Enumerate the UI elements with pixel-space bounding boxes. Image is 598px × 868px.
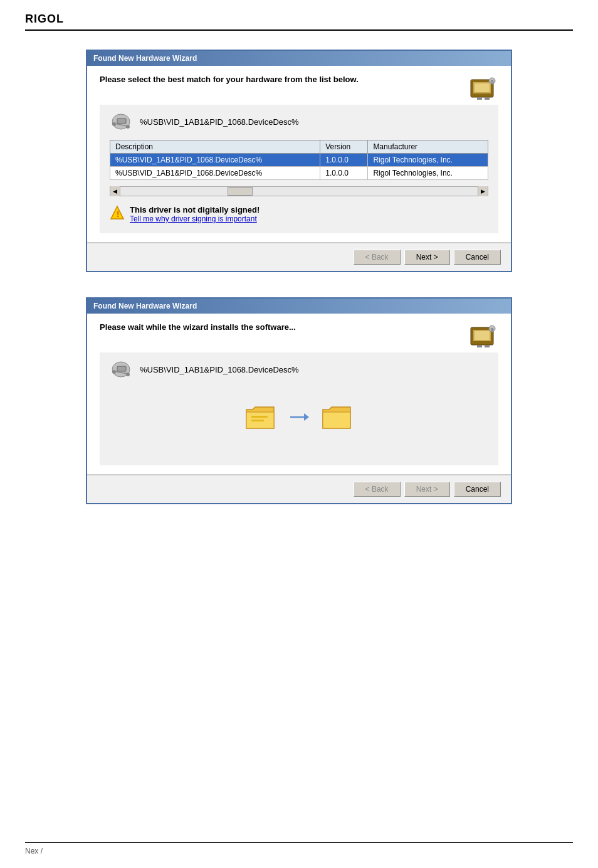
table-row[interactable]: %USB\VID_1AB1&PID_1068.DeviceDesc% 1.0.0… [110, 167, 488, 180]
svg-point-24 [112, 370, 116, 374]
install-arrow-icon [289, 411, 309, 427]
dest-folder-icon [322, 405, 353, 434]
dialog2-cancel-button[interactable]: Cancel [454, 482, 501, 497]
svg-point-25 [126, 373, 130, 376]
source-folder-icon [245, 405, 276, 434]
col-description: Description [110, 140, 320, 154]
dialog1-titlebar: Found New Hardware Wizard [87, 51, 511, 66]
svg-rect-27 [251, 420, 264, 421]
cell-description: %USB\VID_1AB1&PID_1068.DeviceDesc% [110, 167, 320, 180]
svg-rect-20 [485, 345, 490, 347]
dialog1-hardware-table: Description Version Manufacturer %USB\VI… [110, 140, 488, 180]
col-version: Version [320, 140, 368, 154]
wizard-hardware-icon: ⚙ [468, 75, 498, 105]
svg-rect-19 [477, 345, 482, 347]
dialog1-next-button[interactable]: Next > [404, 250, 450, 265]
dialog2-description: Please wait while the wizard installs th… [100, 322, 462, 332]
dialog2-titlebar: Found New Hardware Wizard [87, 299, 511, 314]
dialog1-content: %USB\VID_1AB1&PID_1068.DeviceDesc% Descr… [100, 105, 498, 233]
dialog2-device-name: %USB\VID_1AB1&PID_1068.DeviceDesc% [140, 365, 299, 374]
dialog2-device-row: %USB\VID_1AB1&PID_1068.DeviceDesc% [110, 360, 488, 379]
dialog1-body: Please select the best match for your ha… [87, 66, 511, 243]
dialog1-hardware-selection: Found New Hardware Wizard Please select … [86, 50, 512, 272]
svg-marker-29 [304, 413, 309, 421]
dialog1-buttons: < Back Next > Cancel [87, 243, 511, 271]
cell-version: 1.0.0.0 [320, 167, 368, 180]
footer-left: Nex / [25, 847, 43, 855]
dialog1-device-name: %USB\VID_1AB1&PID_1068.DeviceDesc% [140, 117, 299, 127]
dialog1-back-button[interactable]: < Back [354, 250, 401, 265]
svg-rect-22 [117, 366, 126, 371]
brand-title: RIGOL [25, 13, 64, 26]
warning-triangle-icon: ! [110, 205, 125, 220]
install-animation [110, 388, 488, 450]
svg-rect-2 [475, 83, 490, 92]
svg-rect-5 [477, 97, 482, 100]
dialog2-top-row: Please wait while the wizard installs th… [100, 322, 498, 352]
dialog2-installing: Found New Hardware Wizard Please wait wh… [86, 297, 512, 504]
driver-signing-link[interactable]: Tell me why driver signing is important [130, 214, 260, 223]
svg-point-10 [112, 122, 116, 126]
page-header: RIGOL [25, 13, 573, 31]
scroll-track[interactable] [120, 187, 478, 196]
dialog2-body: Please wait while the wizard installs th… [87, 314, 511, 475]
page-footer: Nex / [25, 842, 573, 855]
warning-text-block: This driver is not digitally signed! Tel… [130, 205, 260, 223]
svg-text:⚙: ⚙ [490, 80, 494, 84]
warning-title: This driver is not digitally signed! [130, 205, 260, 214]
dialog1-cancel-button[interactable]: Cancel [454, 250, 501, 265]
cell-manufacturer: Rigol Technologies, Inc. [368, 167, 488, 180]
scroll-right-arrow[interactable]: ▶ [478, 186, 488, 196]
dialog2-back-button[interactable]: < Back [354, 482, 401, 497]
horizontal-scrollbar[interactable]: ◀ ▶ [110, 186, 488, 196]
svg-rect-8 [117, 119, 126, 124]
col-manufacturer: Manufacturer [368, 140, 488, 154]
cell-description: %USB\VID_1AB1&PID_1068.DeviceDesc% [110, 154, 320, 167]
svg-text:⚙: ⚙ [490, 327, 494, 332]
svg-point-11 [126, 125, 130, 129]
dialog1-description: Please select the best match for your ha… [100, 75, 462, 84]
cell-version: 1.0.0.0 [320, 154, 368, 167]
usb-device-icon-2 [110, 360, 132, 379]
usb-device-icon [110, 112, 132, 131]
dialog2-buttons: < Back Next > Cancel [87, 475, 511, 503]
scroll-thumb[interactable] [228, 187, 253, 196]
table-row[interactable]: %USB\VID_1AB1&PID_1068.DeviceDesc% 1.0.0… [110, 154, 488, 167]
driver-warning-row: ! This driver is not digitally signed! T… [110, 203, 488, 226]
scroll-left-arrow[interactable]: ◀ [110, 186, 120, 196]
svg-rect-26 [251, 416, 268, 418]
dialog2-content: %USB\VID_1AB1&PID_1068.DeviceDesc% [100, 352, 498, 465]
svg-text:!: ! [117, 209, 119, 219]
cell-manufacturer: Rigol Technologies, Inc. [368, 154, 488, 167]
wizard-hardware-icon-2: ⚙ [468, 322, 498, 352]
dialog2-next-button[interactable]: Next > [404, 482, 450, 497]
dialog1-device-row: %USB\VID_1AB1&PID_1068.DeviceDesc% [110, 112, 488, 131]
svg-rect-6 [485, 97, 490, 100]
dialog1-top-row: Please select the best match for your ha… [100, 75, 498, 105]
svg-rect-16 [475, 331, 490, 340]
